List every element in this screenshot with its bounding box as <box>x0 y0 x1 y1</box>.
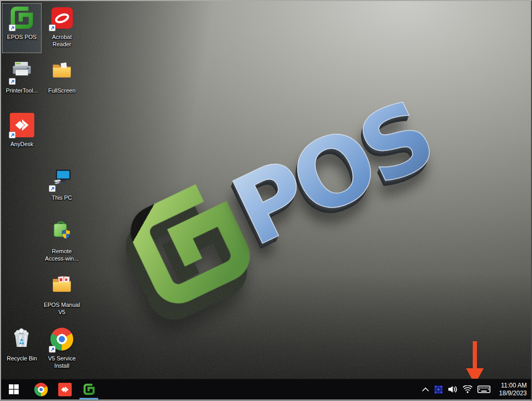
chrome-icon <box>34 383 48 396</box>
taskbar-epos-button[interactable] <box>77 379 101 399</box>
desktop-icon-label: AnyDesk <box>10 141 33 148</box>
blue-grid-icon <box>434 385 443 394</box>
desktop-icon-anydesk[interactable]: AnyDesk <box>2 110 42 160</box>
system-tray: 11:00 AM 18/9/2023 <box>422 379 529 399</box>
recycle-bin-icon <box>9 327 34 352</box>
keyboard-icon <box>477 385 490 394</box>
annotation-arrow-head <box>466 368 484 379</box>
desktop-icon-epos-manual[interactable]: EPOS Manual V5 <box>42 271 82 321</box>
chevron-up-icon <box>422 387 429 392</box>
desktop-icon-label: This PC <box>51 195 72 202</box>
desktop-icon-fullscreen[interactable]: FullScreen <box>42 57 82 107</box>
desktop-icon-label: EPOS Manual V5 <box>44 302 80 316</box>
desktop-icon-label: Recycle Bin <box>7 355 37 363</box>
desktop-icon-label: Acrobat Reader <box>52 34 72 48</box>
annotation-arrow <box>457 341 493 379</box>
desktop-icon-label: EPOS POS <box>7 34 37 41</box>
touch-keyboard-tray-icon[interactable] <box>477 385 490 394</box>
taskbar: 11:00 AM 18/9/2023 <box>1 379 531 399</box>
annotation-arrow-shaft <box>473 341 477 369</box>
desktop-icon-printer-tool[interactable]: PrinterTool... <box>2 57 42 107</box>
speaker-icon <box>448 385 458 394</box>
wifi-icon <box>463 385 472 393</box>
epos-app-icon <box>82 382 96 396</box>
clock-time: 11:00 AM <box>496 382 527 390</box>
shortcut-arrow-icon <box>9 78 16 85</box>
shortcut-arrow-icon <box>49 24 56 31</box>
desktop-icon-label: V5 Service Install <box>48 355 75 370</box>
start-button[interactable] <box>1 379 26 399</box>
tray-app-grid-icon[interactable] <box>434 385 443 394</box>
hidden-icons-chevron[interactable] <box>422 387 429 392</box>
shortcut-arrow-icon <box>49 185 56 192</box>
desktop-icon-epos-pos[interactable]: EPOS POS <box>2 3 42 53</box>
wallpaper-pos-text: POS POS <box>220 87 444 260</box>
shortcut-arrow-icon <box>9 24 16 31</box>
windows-logo-icon <box>9 384 19 394</box>
desktop-icon-this-pc[interactable]: This PC <box>42 164 82 214</box>
clock-date: 18/9/2023 <box>496 390 527 397</box>
shortcut-arrow-icon <box>9 132 16 138</box>
desktop-icon-label: Remote Access-win... <box>45 248 79 263</box>
desktop-icon-recycle-bin[interactable]: Recycle Bin <box>2 325 42 374</box>
taskbar-chrome-button[interactable] <box>29 379 53 399</box>
taskbar-anydesk-button[interactable] <box>53 379 77 399</box>
desktop-wallpaper: POS POS EPOS POS <box>1 1 531 379</box>
folder-icon <box>49 59 74 84</box>
wifi-tray-icon[interactable] <box>463 385 472 393</box>
installer-with-uac-shield-icon <box>49 219 74 244</box>
desktop-icon-remote-access[interactable]: Remote Access-win... <box>42 217 82 267</box>
taskbar-clock[interactable]: 11:00 AM 18/9/2023 <box>496 382 529 397</box>
pos-text-face: POS <box>220 87 444 260</box>
anydesk-icon <box>58 383 72 396</box>
desktop-icon-label: PrinterTool... <box>6 87 38 95</box>
desktop-icon-v5-service-install[interactable]: V5 Service Install <box>42 325 82 374</box>
shortcut-arrow-icon <box>49 346 56 353</box>
wallpaper-epos-logo: POS POS <box>73 49 483 354</box>
volume-tray-icon[interactable] <box>448 385 458 394</box>
desktop-icon-acrobat-reader[interactable]: Acrobat Reader <box>42 3 82 53</box>
folder-with-pdfs-icon <box>49 273 74 298</box>
desktop-icon-label: FullScreen <box>48 87 76 95</box>
